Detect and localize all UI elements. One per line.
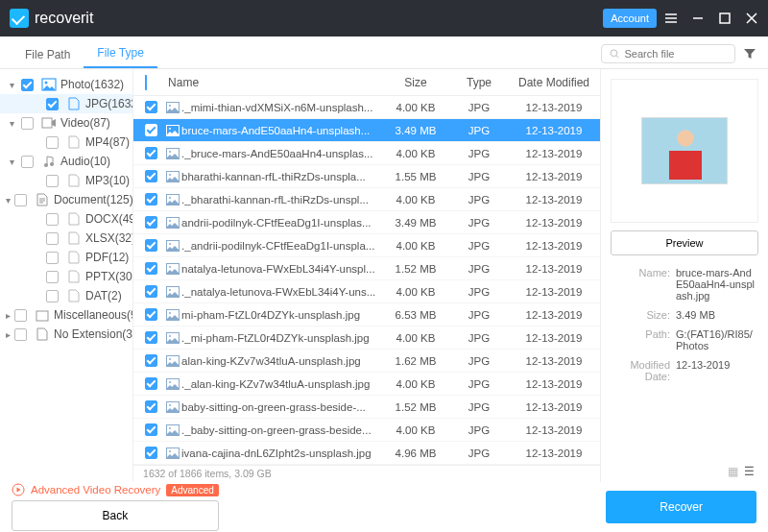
row-checkbox[interactable]: [145, 216, 157, 229]
tree-audio-mp3[interactable]: MP3(10): [0, 171, 132, 190]
row-date: 12-13-2019: [508, 355, 600, 367]
row-name: ._natalya-letunova-FWxEbL34i4Y-uns...: [181, 286, 381, 298]
meta-val-name: bruce-mars-AndE50aaHn4-unsplash.jpg: [676, 267, 758, 302]
tree-photo-jpg[interactable]: JPG(1632): [0, 94, 132, 113]
row-size: 4.00 KB: [381, 194, 450, 206]
filter-icon[interactable]: [743, 47, 756, 60]
tree-label: MP4(87): [85, 135, 130, 149]
row-checkbox[interactable]: [145, 423, 157, 436]
col-size[interactable]: Size: [381, 76, 450, 89]
row-checkbox[interactable]: [145, 354, 157, 367]
row-checkbox[interactable]: [145, 308, 157, 321]
image-file-icon: [164, 148, 181, 159]
row-checkbox[interactable]: [145, 193, 157, 206]
grid-view-icon[interactable]: ▦: [728, 465, 738, 478]
svg-point-25: [169, 289, 171, 291]
row-type: JPG: [450, 332, 508, 344]
table-row[interactable]: bharathi-kannan-rfL-thiRzDs-unspla...1.5…: [133, 165, 600, 188]
table-row[interactable]: bruce-mars-AndE50aaHn4-unsplash...3.49 M…: [133, 119, 600, 142]
table-row[interactable]: ._mi-pham-FtZL0r4DZYk-unsplash.jpg4.00 K…: [133, 326, 600, 350]
tree-misc[interactable]: ▸Miscellaneous(9): [0, 305, 132, 325]
recover-button[interactable]: Recover: [606, 491, 756, 523]
table-row[interactable]: ._bharathi-kannan-rfL-thiRzDs-unspl...4.…: [133, 188, 600, 211]
row-checkbox[interactable]: [145, 377, 157, 390]
svg-rect-7: [36, 311, 48, 321]
tree-doc-dat[interactable]: DAT(2): [0, 286, 132, 305]
row-checkbox[interactable]: [145, 147, 157, 159]
table-row[interactable]: natalya-letunova-FWxEbL34i4Y-unspl...1.5…: [133, 257, 600, 280]
table-row[interactable]: ._natalya-letunova-FWxEbL34i4Y-uns...4.0…: [133, 280, 600, 303]
table-row[interactable]: baby-sitting-on-green-grass-beside-...1.…: [133, 396, 600, 419]
row-type: JPG: [450, 240, 508, 252]
svg-point-23: [169, 266, 171, 268]
menu-icon[interactable]: [664, 12, 678, 25]
tree-label: JPG(1632): [85, 97, 133, 110]
image-file-icon: [164, 171, 181, 182]
meta-key-size: Size:: [611, 309, 670, 321]
file-icon: [66, 251, 82, 264]
row-type: JPG: [450, 148, 508, 159]
search-input[interactable]: [624, 48, 727, 60]
minimize-icon[interactable]: [691, 12, 705, 25]
maximize-icon[interactable]: [718, 12, 732, 25]
tree-doc-xlsx[interactable]: XLSX(32): [0, 229, 132, 248]
image-file-icon: [164, 309, 181, 321]
table-row[interactable]: alan-king-KZv7w34tluA-unsplash.jpg1.62 M…: [133, 350, 600, 373]
row-date: 12-13-2019: [508, 332, 600, 344]
col-date[interactable]: Date Modified: [508, 76, 600, 89]
tree-doc-docx[interactable]: DOCX(49): [0, 209, 132, 229]
file-icon: [66, 135, 82, 149]
svg-rect-4: [42, 118, 52, 128]
table-row[interactable]: ivana-cajina-dnL6ZIpht2s-unsplash.jpg4.9…: [133, 442, 600, 465]
row-size: 4.00 KB: [381, 102, 450, 113]
preview-button[interactable]: Preview: [611, 230, 758, 255]
row-checkbox[interactable]: [145, 285, 157, 298]
table-row[interactable]: mi-pham-FtZL0r4DZYk-unsplash.jpg6.53 MBJ…: [133, 303, 600, 326]
search-box[interactable]: [601, 44, 735, 63]
file-icon: [66, 231, 82, 245]
table-row[interactable]: ._bruce-mars-AndE50aaHn4-unsplas...4.00 …: [133, 142, 600, 165]
table-row[interactable]: ._andrii-podilnyk-CFtfEeaDg1I-unspla...4…: [133, 234, 600, 257]
table-row[interactable]: andrii-podilnyk-CFtfEeaDg1I-unsplas...3.…: [133, 211, 600, 234]
tree-photo[interactable]: ▾Photo(1632): [0, 75, 132, 94]
row-checkbox[interactable]: [145, 170, 157, 182]
row-checkbox[interactable]: [145, 331, 157, 344]
row-name: ._mimi-thian-vdXMSiX-n6M-unsplash...: [181, 102, 381, 113]
list-view-icon[interactable]: ☰: [744, 465, 755, 478]
row-checkbox[interactable]: [145, 124, 157, 136]
tab-file-path[interactable]: File Path: [12, 40, 84, 68]
thumbnail: [611, 79, 758, 223]
tree-label: MP3(10): [85, 174, 130, 187]
document-icon: [35, 193, 50, 206]
tree-video[interactable]: ▾Video(87): [0, 113, 132, 133]
row-checkbox[interactable]: [145, 262, 157, 275]
row-checkbox[interactable]: [145, 101, 157, 113]
table-row[interactable]: ._alan-king-KZv7w34tluA-unsplash.jpg4.00…: [133, 373, 600, 396]
tree-video-mp4[interactable]: MP4(87): [0, 133, 132, 152]
row-checkbox[interactable]: [145, 447, 157, 459]
close-icon[interactable]: [745, 12, 758, 25]
row-date: 12-13-2019: [508, 401, 600, 413]
tree-label: Photo(1632): [60, 78, 124, 91]
tree-doc-pptx[interactable]: PPTX(30): [0, 267, 132, 286]
advanced-video-recovery-link[interactable]: Advanced Video Recovery Advanced: [12, 483, 219, 496]
file-table: Name Size Type Date Modified ._mimi-thia…: [133, 69, 601, 482]
tab-file-type[interactable]: File Type: [84, 38, 156, 68]
col-name[interactable]: Name: [164, 76, 381, 89]
account-button[interactable]: Account: [603, 9, 657, 28]
row-checkbox[interactable]: [145, 400, 157, 413]
col-type[interactable]: Type: [450, 76, 508, 89]
row-checkbox[interactable]: [145, 239, 157, 252]
select-all-checkbox[interactable]: [145, 75, 147, 90]
image-file-icon: [164, 332, 181, 344]
row-name: ivana-cajina-dnL6ZIpht2s-unsplash.jpg: [181, 447, 381, 459]
tree-noext[interactable]: ▸No Extension(3): [0, 325, 132, 344]
row-date: 12-13-2019: [508, 125, 600, 136]
tree-label: Video(87): [60, 116, 110, 130]
table-row[interactable]: ._baby-sitting-on-green-grass-beside...4…: [133, 419, 600, 442]
tree-audio[interactable]: ▾Audio(10): [0, 152, 132, 171]
tree-doc-pdf[interactable]: PDF(12): [0, 248, 132, 267]
tree-document[interactable]: ▾Document(125): [0, 190, 132, 209]
back-button[interactable]: Back: [12, 500, 219, 531]
table-row[interactable]: ._mimi-thian-vdXMSiX-n6M-unsplash...4.00…: [133, 96, 600, 119]
